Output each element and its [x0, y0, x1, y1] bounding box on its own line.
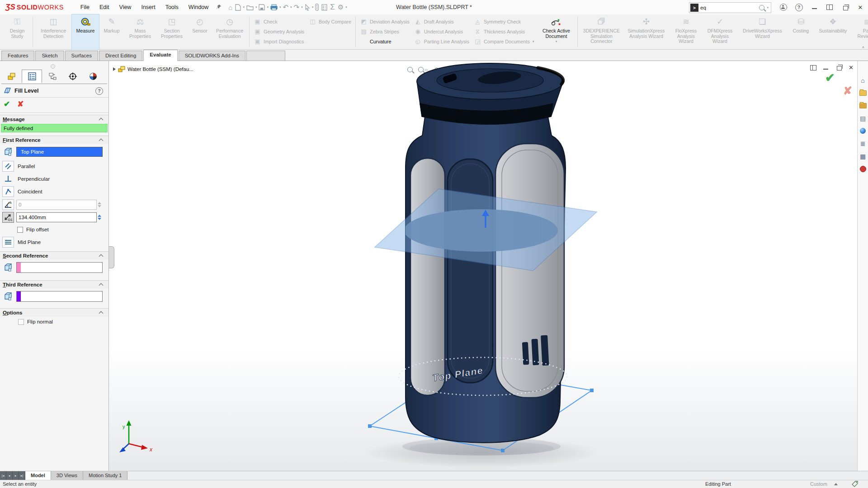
community-forum-icon[interactable]	[859, 165, 867, 173]
file-properties-icon[interactable]	[320, 2, 329, 13]
design-library-icon[interactable]	[859, 89, 867, 97]
second-reference-selection-box[interactable]	[16, 262, 103, 273]
tab-sketch[interactable]: Sketch	[35, 51, 64, 61]
search-dropdown-icon[interactable]: ▾	[767, 6, 769, 9]
options-gear-icon[interactable]: ⚙	[336, 2, 345, 13]
compare-documents-dropdown-icon[interactable]: ▾	[533, 40, 534, 43]
breadcrumb[interactable]: Water Bottle (SSM) (Defau...	[113, 66, 193, 72]
tab-displaymanager[interactable]	[83, 70, 103, 83]
mid-plane-row[interactable]: Mid Plane	[0, 237, 108, 248]
pm-ok-button[interactable]: ✔	[4, 99, 10, 109]
undercut-analysis-button[interactable]: ◉Undercut Analysis	[414, 27, 469, 36]
section-properties-button[interactable]: ◳ Section Properties	[156, 14, 188, 49]
third-reference-selection-box[interactable]	[16, 291, 103, 302]
resources-home-icon[interactable]: ⌂	[859, 76, 867, 84]
sensor-button[interactable]: ◴ Sensor	[188, 14, 212, 49]
window-restore-icon[interactable]	[837, 0, 853, 14]
options-collapse-icon[interactable]	[99, 311, 104, 316]
display-state-label[interactable]: Custom	[810, 481, 827, 487]
menu-window[interactable]: Window	[184, 0, 213, 14]
tag-icon[interactable]	[852, 481, 859, 488]
confirmation-cancel-icon[interactable]: ✘	[843, 84, 852, 97]
mass-properties-button[interactable]: ⚖ Mass Properties	[124, 14, 156, 49]
pin-menu-icon[interactable]	[215, 4, 222, 11]
tab-direct-editing[interactable]: Direct Editing	[99, 51, 142, 61]
tab-solidworks-addins[interactable]: SOLIDWORKS Add-Ins	[179, 51, 245, 61]
options-section-header[interactable]: Options	[0, 308, 108, 317]
appearances-scenes-icon[interactable]	[859, 127, 867, 135]
angle-input[interactable]	[16, 200, 97, 210]
search-input[interactable]	[698, 5, 759, 10]
account-icon[interactable]	[776, 0, 791, 14]
check-active-document-dropdown-icon[interactable]: ▾	[556, 39, 557, 44]
tab-configurationmanager[interactable]	[42, 70, 62, 83]
pm-cancel-button[interactable]: ✘	[17, 99, 24, 109]
first-reference-collapse-icon[interactable]	[99, 139, 104, 143]
toolbox-icon[interactable]: ▦	[859, 152, 867, 160]
rebuild-icon[interactable]	[314, 2, 320, 13]
body-compare-button[interactable]: ◫Body Compare	[309, 17, 351, 26]
doc-panes-icon[interactable]	[809, 64, 817, 71]
confirmation-ok-icon[interactable]: ✔	[825, 71, 835, 85]
first-reference-section-header[interactable]: First Reference	[0, 136, 108, 144]
save-icon[interactable]	[257, 2, 266, 13]
menu-insert[interactable]: Insert	[136, 0, 160, 14]
deviation-analysis-button[interactable]: ◩Deviation Analysis	[360, 17, 410, 26]
floxpress-wizard-button[interactable]: ≋ FloXpress Analysis Wizard	[669, 14, 703, 49]
sustainability-button[interactable]: ❖ Sustainability	[814, 14, 852, 49]
pm-help-icon[interactable]: ?	[95, 87, 103, 95]
graphics-area[interactable]: Water Bottle (SSM) (Defau... ▭ ↶ ◪ ▾ ◫▾ …	[109, 61, 857, 471]
menu-tools[interactable]: Tools	[160, 0, 184, 14]
3dexperience-simulation-connector-button[interactable]: 🗇 3DEXPERIENCE Simulation Connector	[580, 14, 623, 49]
new-document-icon[interactable]	[234, 2, 242, 13]
message-collapse-icon[interactable]	[99, 118, 104, 122]
check-active-document-button[interactable]: Check Active Document ▾	[537, 14, 576, 49]
distance-input[interactable]	[16, 212, 97, 222]
import-diagnostics-button[interactable]: ▣Import Diagnostics	[254, 37, 304, 46]
panel-grip[interactable]	[51, 64, 55, 69]
view-palette-icon[interactable]: ▤	[859, 114, 867, 122]
third-reference-section-header[interactable]: Third Reference	[0, 280, 108, 289]
check-button[interactable]: ▣Check	[254, 17, 304, 26]
curvature-button[interactable]: Curvature	[360, 37, 410, 46]
dfmxpress-wizard-button[interactable]: ✓ DFMXpress Analysis Wizard	[703, 14, 737, 49]
breadcrumb-expand-icon[interactable]	[113, 67, 116, 71]
tab-3d-views[interactable]: 3D Views	[51, 471, 83, 480]
scroll-prev-icon[interactable]: ◂	[6, 471, 13, 480]
3d-scene[interactable]: Top Plane y x	[109, 61, 857, 471]
undo-icon[interactable]: ↶	[281, 2, 290, 13]
geometry-analysis-button[interactable]: ▣Geometry Analysis	[254, 27, 304, 36]
scroll-first-icon[interactable]: |◂	[0, 471, 6, 480]
simulationxpress-wizard-button[interactable]: ✣ SimulationXpress Analysis Wizard	[623, 14, 669, 49]
equations-icon[interactable]: Σ	[329, 2, 336, 13]
flip-offset-checkbox[interactable]	[17, 227, 23, 233]
tab-evaluate[interactable]: Evaluate	[143, 50, 177, 61]
interference-detection-button[interactable]: ◫ Interference Detection	[35, 14, 72, 49]
zebra-stripes-button[interactable]: ▨Zebra Stripes	[360, 27, 410, 36]
doc-minimize-icon[interactable]	[821, 64, 830, 71]
doc-restore-icon[interactable]	[834, 64, 843, 71]
scroll-next-icon[interactable]: ▸	[13, 471, 19, 480]
file-explorer-icon[interactable]	[859, 102, 867, 109]
markup-button[interactable]: ✎ Markup	[99, 14, 124, 49]
doc-close-icon[interactable]: ✕	[847, 64, 855, 71]
measure-button[interactable]: Measure	[72, 14, 99, 49]
symmetry-check-button[interactable]: ◬Symmetry Check	[474, 17, 535, 26]
distance-spinner[interactable]	[98, 215, 101, 220]
perpendicular-row[interactable]: Perpendicular	[0, 174, 108, 184]
menu-edit[interactable]: Edit	[94, 0, 114, 14]
thickness-analysis-button[interactable]: ⧖Thickness Analysis	[474, 27, 535, 36]
third-reference-collapse-icon[interactable]	[99, 283, 104, 288]
compare-documents-button[interactable]: ◲Compare Documents▾	[474, 37, 535, 46]
panel-splitter-handle[interactable]	[109, 246, 114, 268]
redo-icon[interactable]: ↷	[292, 2, 301, 13]
costing-button[interactable]: ⛁ Costing	[788, 14, 814, 49]
window-panes-icon[interactable]	[822, 0, 837, 14]
window-minimize-icon[interactable]	[807, 0, 822, 14]
select-cursor-icon[interactable]	[303, 2, 311, 13]
scroll-last-icon[interactable]: ▸|	[19, 471, 25, 480]
first-reference-selection-box[interactable]: Top Plane	[16, 147, 103, 157]
search-icon[interactable]	[759, 5, 764, 10]
custom-properties-icon[interactable]: ≣	[859, 140, 867, 147]
help-icon[interactable]: ?	[791, 0, 807, 14]
